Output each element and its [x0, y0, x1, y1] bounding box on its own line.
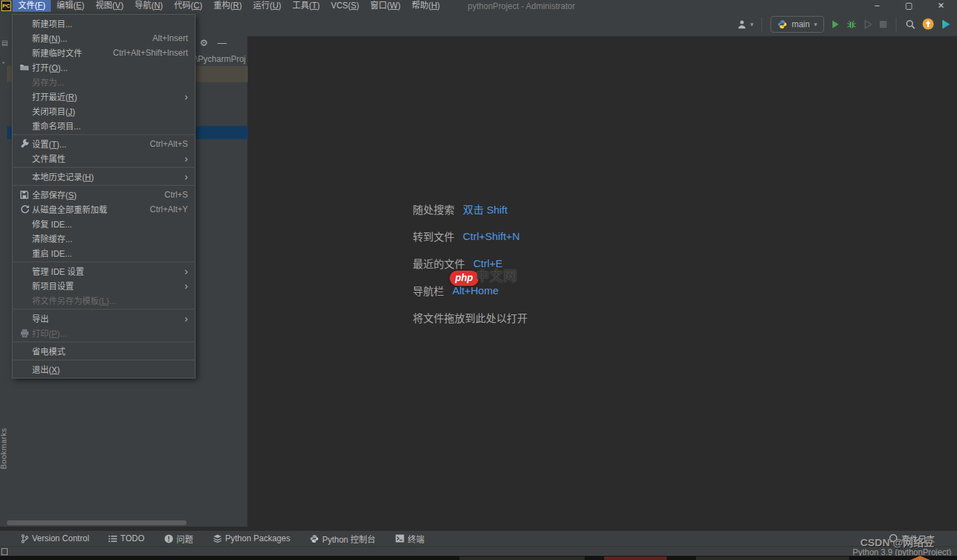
menu-item-save-all[interactable]: 全部保存(S)Ctrl+S — [13, 187, 195, 202]
update-icon[interactable] — [922, 18, 934, 30]
menu-view[interactable]: 视图(V) — [90, 0, 129, 12]
menu-item-manage-ide-settings[interactable]: 管理 IDE 设置› — [13, 264, 195, 278]
taskbar-orange-fragment — [910, 556, 930, 560]
php-logo-badge: php — [450, 271, 479, 286]
taskbar-fragment — [459, 557, 585, 560]
close-icon[interactable]: ✕ — [925, 0, 957, 12]
menu-run[interactable]: 运行(U) — [247, 0, 287, 12]
window-title: pythonProject - Administrator — [468, 1, 575, 11]
toolwindow-terminal[interactable]: 终端 — [395, 533, 425, 545]
menu-refactor[interactable]: 重构(R) — [208, 0, 248, 12]
coverage-icon — [863, 19, 873, 29]
menu-code[interactable]: 代码(C) — [168, 0, 208, 12]
chevron-right-icon: › — [184, 281, 188, 291]
folder-icon — [17, 63, 32, 71]
git-branch-icon — [21, 534, 29, 543]
menu-bar: PC 文件(F) 编辑(E) 视图(V) 导航(N) 代码(C) 重构(R) 运… — [0, 0, 957, 12]
maximize-icon[interactable]: ▢ — [893, 0, 925, 12]
menu-item-save-as: 另存为... — [13, 74, 195, 89]
project-path-fragment: \PycharmProj — [196, 54, 247, 64]
menu-item-file-properties[interactable]: 文件属性› — [13, 151, 195, 166]
refresh-icon — [17, 205, 32, 214]
learn-ide-icon[interactable] — [940, 19, 951, 30]
chevron-right-icon: › — [184, 154, 188, 163]
chevron-down-icon: ▾ — [814, 21, 817, 28]
taskbar-fragment — [604, 557, 667, 560]
menu-item-new-scratch-file[interactable]: 新建临时文件Ctrl+Alt+Shift+Insert — [13, 45, 195, 60]
menu-item-restart-ide[interactable]: 重启 IDE... — [13, 246, 195, 260]
menu-item-invalidate-caches[interactable]: 清除缓存... — [13, 231, 195, 246]
horizontal-scrollbar[interactable] — [7, 520, 187, 525]
menu-separator — [13, 134, 194, 135]
menu-window[interactable]: 窗口(W) — [365, 0, 406, 12]
toolwindow-version-control[interactable]: Version Control — [21, 534, 89, 543]
toolwindow-todo[interactable]: TODO — [109, 534, 144, 543]
menu-item-open-recent[interactable]: 打开最近(R)› — [13, 89, 195, 104]
tool-window-switcher-icon[interactable] — [1, 548, 8, 555]
problems-icon — [164, 534, 173, 543]
menu-item-power-save-mode[interactable]: 省电模式 — [13, 344, 195, 358]
search-icon[interactable] — [905, 19, 916, 30]
pycharm-window: PC 文件(F) 编辑(E) 视图(V) 导航(N) 代码(C) 重构(R) 运… — [0, 0, 957, 560]
taskbar-sliver — [0, 556, 957, 560]
menu-item-export[interactable]: 导出› — [13, 311, 195, 326]
menu-item-exit[interactable]: 退出(X) — [13, 362, 195, 376]
menu-item-open[interactable]: 打开(O)... — [13, 60, 195, 74]
menu-item-new-project[interactable]: 新建项目... — [13, 16, 195, 31]
toolbar-separator — [761, 17, 762, 31]
save-icon — [17, 191, 32, 199]
sidebar-item-bookmarks[interactable]: Bookmarks — [0, 428, 8, 470]
chevron-down-icon: ▾ — [750, 21, 754, 28]
menu-navigate[interactable]: 导航(N) — [129, 0, 168, 12]
php-cn-watermark: php 中文网 — [450, 271, 518, 286]
menu-edit[interactable]: 编辑(E) — [51, 0, 90, 12]
minimize-icon[interactable]: – — [861, 0, 893, 12]
chevron-right-icon: › — [184, 92, 188, 102]
menu-help[interactable]: 帮助(H) — [406, 0, 445, 12]
menu-separator — [13, 360, 194, 360]
chevron-right-icon: › — [184, 266, 188, 276]
toolbar-separator — [896, 17, 896, 31]
editor-area[interactable]: 随处搜索 双击 Shift 转到文件 Ctrl+Shift+N 最近的文件 Ct… — [248, 36, 957, 530]
hide-panel-icon[interactable]: — — [218, 38, 227, 47]
menu-item-save-file-as-template: 将文件另存为模板(L)... — [13, 293, 195, 307]
toolwindow-python-console[interactable]: Python 控制台 — [310, 533, 376, 545]
hint-goto-file: 转到文件 Ctrl+Shift+N — [413, 223, 536, 250]
printer-icon — [17, 329, 32, 337]
wrench-icon — [17, 139, 32, 148]
codewithme-user-icon[interactable]: ▾ — [737, 19, 754, 29]
menu-separator — [13, 167, 194, 168]
menu-item-local-history[interactable]: 本地历史记录(H)› — [13, 169, 195, 184]
pycharm-logo-icon: PC — [1, 1, 11, 11]
packages-icon — [213, 534, 222, 543]
run-configuration-selector[interactable]: main ▾ — [770, 16, 824, 33]
menu-file[interactable]: 文件(F) — [13, 0, 51, 12]
menu-separator — [13, 185, 194, 186]
menu-tools[interactable]: 工具(T) — [287, 0, 325, 12]
menu-separator — [13, 342, 194, 342]
run-icon[interactable] — [830, 19, 840, 29]
toolwindow-python-packages[interactable]: Python Packages — [213, 534, 290, 543]
tool-window-bar: Version Control TODO 问题 Python Packages … — [0, 530, 957, 546]
stop-icon — [879, 20, 887, 29]
gear-icon[interactable]: ⚙ — [200, 38, 208, 47]
toolwindow-problems[interactable]: 问题 — [164, 533, 193, 545]
debug-icon[interactable] — [846, 19, 857, 29]
menu-item-rename-project[interactable]: 重命名项目... — [13, 118, 195, 133]
menu-item-repair-ide[interactable]: 修复 IDE... — [13, 216, 195, 231]
menu-item-close-project[interactable]: 关闭项目(J) — [13, 104, 195, 118]
menu-vcs[interactable]: VCS(S) — [325, 0, 365, 12]
tree-node-icon: ▤ — [1, 39, 8, 47]
status-bar: Python 3.9 (pythonProject) — [0, 546, 957, 556]
menu-item-reload-from-disk[interactable]: 从磁盘全部重新加载Ctrl+Alt+Y — [13, 202, 195, 216]
menu-item-print: 打印(P)... — [13, 326, 195, 340]
menu-item-new[interactable]: 新建(N)...Alt+Insert — [13, 31, 195, 45]
menu-item-new-project-settings[interactable]: 新项目设置› — [13, 278, 195, 293]
hint-drop-files: 将文件拖放到此处以打开 — [413, 304, 536, 331]
csdn-watermark: CSDN @网络豆 — [860, 534, 934, 549]
tree-node-icon: ▪ — [2, 59, 4, 66]
python-logo-icon — [777, 19, 787, 29]
chevron-right-icon: › — [184, 314, 188, 323]
chevron-right-icon: › — [184, 172, 188, 182]
menu-item-settings[interactable]: 设置(T)...Ctrl+Alt+S — [13, 136, 195, 151]
